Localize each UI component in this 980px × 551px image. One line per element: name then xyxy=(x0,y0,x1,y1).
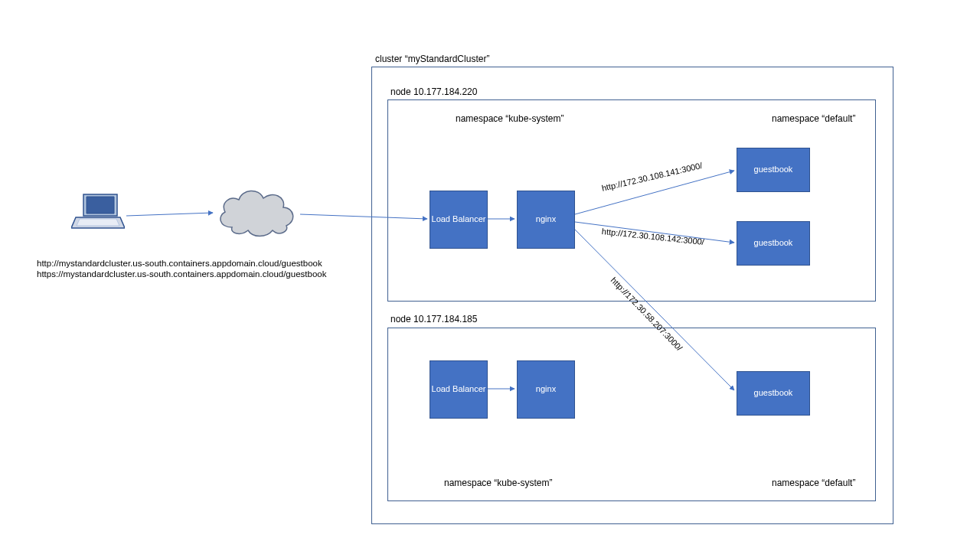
node-top-ns-default: namespace “default” xyxy=(772,113,855,124)
cloud-icon xyxy=(213,181,301,241)
svg-marker-1 xyxy=(87,197,114,214)
node-top-title: node 10.177.184.220 xyxy=(390,86,477,97)
node-bottom-ns-default: namespace “default” xyxy=(772,478,855,488)
node-top-lb: Load Balancer xyxy=(430,191,488,249)
node-bottom-nginx: nginx xyxy=(517,360,575,419)
node-top-guestbook-2: guestbook xyxy=(737,221,810,266)
node-top-nginx: nginx xyxy=(517,191,575,249)
node-bottom-guestbook: guestbook xyxy=(737,371,810,416)
node-top-guestbook-1: guestbook xyxy=(737,148,810,192)
svg-line-4 xyxy=(126,213,213,216)
cluster-title: cluster “myStandardCluster” xyxy=(375,54,489,64)
ingress-urls: http://mystandardcluster.us-south.contai… xyxy=(37,258,326,280)
laptop-icon xyxy=(71,193,125,235)
node-bottom-lb: Load Balancer xyxy=(430,360,488,419)
url-http: http://mystandardcluster.us-south.contai… xyxy=(37,258,326,269)
node-bottom-title: node 10.177.184.185 xyxy=(390,314,477,324)
url-https: https://mystandardcluster.us-south.conta… xyxy=(37,269,326,279)
node-bottom-ns-kube-system: namespace “kube-system” xyxy=(444,478,552,488)
node-top-ns-kube-system: namespace “kube-system” xyxy=(456,113,564,124)
svg-marker-3 xyxy=(77,219,119,226)
